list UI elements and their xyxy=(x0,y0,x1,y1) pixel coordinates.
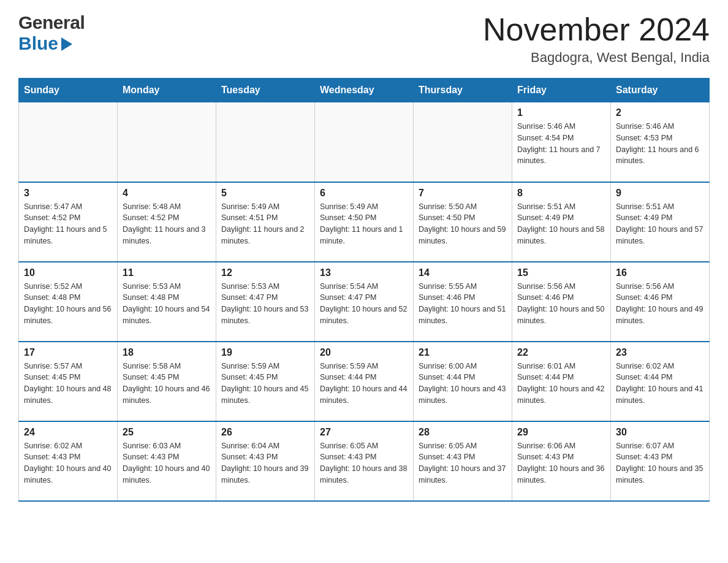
day-info: Sunrise: 5:59 AMSunset: 4:45 PMDaylight:… xyxy=(221,361,309,407)
month-title: November 2024 xyxy=(483,12,710,47)
calendar-cell: 6Sunrise: 5:49 AMSunset: 4:50 PMDaylight… xyxy=(315,182,414,262)
day-number: 7 xyxy=(419,188,507,199)
day-number: 10 xyxy=(24,267,112,278)
calendar-cell: 19Sunrise: 5:59 AMSunset: 4:45 PMDayligh… xyxy=(216,342,315,421)
calendar-cell: 3Sunrise: 5:47 AMSunset: 4:52 PMDaylight… xyxy=(19,182,118,262)
calendar-cell: 22Sunrise: 6:01 AMSunset: 4:44 PMDayligh… xyxy=(512,342,611,421)
calendar-cell xyxy=(414,102,512,182)
day-number: 17 xyxy=(24,347,112,358)
calendar-cell: 4Sunrise: 5:48 AMSunset: 4:52 PMDaylight… xyxy=(118,182,216,262)
day-number: 21 xyxy=(419,347,507,358)
day-number: 9 xyxy=(616,188,704,199)
title-section: November 2024 Bagdogra, West Bengal, Ind… xyxy=(483,12,710,66)
day-info: Sunrise: 5:49 AMSunset: 4:51 PMDaylight:… xyxy=(221,201,309,247)
day-number: 16 xyxy=(616,267,704,278)
day-info: Sunrise: 6:04 AMSunset: 4:43 PMDaylight:… xyxy=(221,440,309,486)
day-number: 29 xyxy=(517,427,605,438)
header-day-thursday: Thursday xyxy=(414,79,512,102)
day-info: Sunrise: 5:46 AMSunset: 4:54 PMDaylight:… xyxy=(517,121,605,167)
day-info: Sunrise: 6:00 AMSunset: 4:44 PMDaylight:… xyxy=(419,361,507,407)
logo: General Blue xyxy=(18,12,85,54)
calendar-cell: 17Sunrise: 5:57 AMSunset: 4:45 PMDayligh… xyxy=(19,342,118,421)
day-info: Sunrise: 5:51 AMSunset: 4:49 PMDaylight:… xyxy=(517,201,605,247)
day-number: 20 xyxy=(320,347,408,358)
day-number: 14 xyxy=(419,267,507,278)
week-row-3: 10Sunrise: 5:52 AMSunset: 4:48 PMDayligh… xyxy=(19,262,710,342)
header-day-saturday: Saturday xyxy=(611,79,710,102)
day-number: 8 xyxy=(517,188,605,199)
day-number: 28 xyxy=(419,427,507,438)
calendar-table: SundayMondayTuesdayWednesdayThursdayFrid… xyxy=(18,78,710,502)
logo-triangle-icon xyxy=(61,37,72,51)
day-info: Sunrise: 5:48 AMSunset: 4:52 PMDaylight:… xyxy=(123,201,211,247)
calendar-cell: 28Sunrise: 6:05 AMSunset: 4:43 PMDayligh… xyxy=(414,421,512,501)
day-info: Sunrise: 6:05 AMSunset: 4:43 PMDaylight:… xyxy=(419,440,507,486)
day-number: 5 xyxy=(221,188,309,199)
day-info: Sunrise: 6:06 AMSunset: 4:43 PMDaylight:… xyxy=(517,440,605,486)
day-info: Sunrise: 6:02 AMSunset: 4:43 PMDaylight:… xyxy=(24,440,112,486)
day-info: Sunrise: 6:02 AMSunset: 4:44 PMDaylight:… xyxy=(616,361,704,407)
week-row-2: 3Sunrise: 5:47 AMSunset: 4:52 PMDaylight… xyxy=(19,182,710,262)
page-header: General Blue November 2024 Bagdogra, Wes… xyxy=(18,12,710,66)
day-number: 3 xyxy=(24,188,112,199)
day-number: 12 xyxy=(221,267,309,278)
calendar-cell: 24Sunrise: 6:02 AMSunset: 4:43 PMDayligh… xyxy=(19,421,118,501)
day-number: 18 xyxy=(123,347,211,358)
calendar-cell xyxy=(19,102,118,182)
day-number: 30 xyxy=(616,427,704,438)
calendar-cell: 12Sunrise: 5:53 AMSunset: 4:47 PMDayligh… xyxy=(216,262,315,342)
day-info: Sunrise: 5:53 AMSunset: 4:47 PMDaylight:… xyxy=(221,281,309,327)
calendar-cell: 14Sunrise: 5:55 AMSunset: 4:46 PMDayligh… xyxy=(414,262,512,342)
day-info: Sunrise: 5:56 AMSunset: 4:46 PMDaylight:… xyxy=(616,281,704,327)
calendar-cell: 20Sunrise: 5:59 AMSunset: 4:44 PMDayligh… xyxy=(315,342,414,421)
day-number: 6 xyxy=(320,188,408,199)
calendar-cell: 11Sunrise: 5:53 AMSunset: 4:48 PMDayligh… xyxy=(118,262,216,342)
header-day-monday: Monday xyxy=(118,79,216,102)
day-info: Sunrise: 5:59 AMSunset: 4:44 PMDaylight:… xyxy=(320,361,408,407)
calendar-cell: 5Sunrise: 5:49 AMSunset: 4:51 PMDaylight… xyxy=(216,182,315,262)
day-number: 25 xyxy=(123,427,211,438)
calendar-cell: 16Sunrise: 5:56 AMSunset: 4:46 PMDayligh… xyxy=(611,262,710,342)
calendar-cell xyxy=(315,102,414,182)
day-info: Sunrise: 5:49 AMSunset: 4:50 PMDaylight:… xyxy=(320,201,408,247)
day-number: 22 xyxy=(517,347,605,358)
calendar-cell: 10Sunrise: 5:52 AMSunset: 4:48 PMDayligh… xyxy=(19,262,118,342)
day-info: Sunrise: 6:07 AMSunset: 4:43 PMDaylight:… xyxy=(616,440,704,486)
day-info: Sunrise: 5:56 AMSunset: 4:46 PMDaylight:… xyxy=(517,281,605,327)
day-info: Sunrise: 6:03 AMSunset: 4:43 PMDaylight:… xyxy=(123,440,211,486)
calendar-cell: 1Sunrise: 5:46 AMSunset: 4:54 PMDaylight… xyxy=(512,102,611,182)
calendar-cell: 27Sunrise: 6:05 AMSunset: 4:43 PMDayligh… xyxy=(315,421,414,501)
calendar-cell: 23Sunrise: 6:02 AMSunset: 4:44 PMDayligh… xyxy=(611,342,710,421)
calendar-cell: 13Sunrise: 5:54 AMSunset: 4:47 PMDayligh… xyxy=(315,262,414,342)
header-day-wednesday: Wednesday xyxy=(315,79,414,102)
day-number: 26 xyxy=(221,427,309,438)
day-number: 4 xyxy=(123,188,211,199)
week-row-4: 17Sunrise: 5:57 AMSunset: 4:45 PMDayligh… xyxy=(19,342,710,421)
location-label: Bagdogra, West Bengal, India xyxy=(483,50,710,66)
calendar-cell: 26Sunrise: 6:04 AMSunset: 4:43 PMDayligh… xyxy=(216,421,315,501)
day-info: Sunrise: 5:50 AMSunset: 4:50 PMDaylight:… xyxy=(419,201,507,247)
day-number: 24 xyxy=(24,427,112,438)
calendar-cell: 15Sunrise: 5:56 AMSunset: 4:46 PMDayligh… xyxy=(512,262,611,342)
calendar-cell: 9Sunrise: 5:51 AMSunset: 4:49 PMDaylight… xyxy=(611,182,710,262)
day-number: 19 xyxy=(221,347,309,358)
calendar-cell xyxy=(216,102,315,182)
day-number: 13 xyxy=(320,267,408,278)
logo-blue: Blue xyxy=(18,33,85,54)
calendar-cell: 7Sunrise: 5:50 AMSunset: 4:50 PMDaylight… xyxy=(414,182,512,262)
day-info: Sunrise: 5:58 AMSunset: 4:45 PMDaylight:… xyxy=(123,361,211,407)
calendar-cell xyxy=(118,102,216,182)
week-row-5: 24Sunrise: 6:02 AMSunset: 4:43 PMDayligh… xyxy=(19,421,710,501)
calendar-cell: 25Sunrise: 6:03 AMSunset: 4:43 PMDayligh… xyxy=(118,421,216,501)
logo-general: General xyxy=(18,12,85,33)
calendar-cell: 18Sunrise: 5:58 AMSunset: 4:45 PMDayligh… xyxy=(118,342,216,421)
header-day-friday: Friday xyxy=(512,79,611,102)
day-number: 15 xyxy=(517,267,605,278)
header-day-tuesday: Tuesday xyxy=(216,79,315,102)
calendar-cell: 2Sunrise: 5:46 AMSunset: 4:53 PMDaylight… xyxy=(611,102,710,182)
calendar-cell: 21Sunrise: 6:00 AMSunset: 4:44 PMDayligh… xyxy=(414,342,512,421)
calendar-header: SundayMondayTuesdayWednesdayThursdayFrid… xyxy=(19,79,710,102)
day-info: Sunrise: 5:46 AMSunset: 4:53 PMDaylight:… xyxy=(616,121,704,167)
calendar-cell: 29Sunrise: 6:06 AMSunset: 4:43 PMDayligh… xyxy=(512,421,611,501)
day-number: 11 xyxy=(123,267,211,278)
